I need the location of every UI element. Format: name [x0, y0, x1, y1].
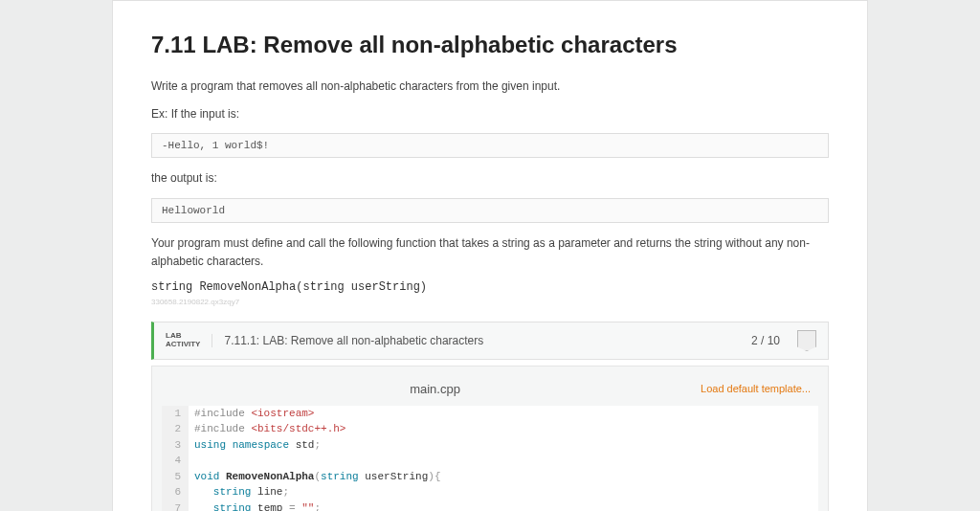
line-number: 5	[162, 469, 189, 485]
code-line[interactable]: 1#include <iostream>	[162, 406, 818, 422]
function-signature: string RemoveNonAlpha(string userString)	[151, 280, 829, 294]
code-content[interactable]: #include <bits/stdc++.h>	[189, 421, 345, 437]
line-number: 7	[162, 500, 189, 511]
instruction-p2: Ex: If the input is:	[151, 105, 829, 123]
code-content[interactable]: #include <iostream>	[189, 406, 314, 422]
code-line[interactable]: 7 string temp = "";	[162, 500, 818, 511]
score-badge-icon	[797, 330, 816, 351]
page-title: 7.11 LAB: Remove all non-alphabetic char…	[151, 32, 829, 58]
lab-activity-label: LAB ACTIVITY	[166, 332, 200, 349]
load-default-template-link[interactable]: Load default template...	[701, 383, 811, 394]
code-line[interactable]: 5void RemoveNonAlpha(string userString){	[162, 469, 818, 485]
content-card: 7.11 LAB: Remove all non-alphabetic char…	[112, 0, 868, 511]
line-number: 1	[162, 406, 189, 422]
editor-card: main.cpp Load default template... 1#incl…	[151, 366, 829, 511]
lab-score: 2 / 10	[751, 334, 780, 347]
line-number: 2	[162, 421, 189, 437]
code-content[interactable]: void RemoveNonAlpha(string userString){	[189, 469, 440, 485]
editor-header: main.cpp Load default template...	[162, 376, 818, 406]
code-line[interactable]: 6 string line;	[162, 484, 818, 500]
code-line[interactable]: 3using namespace std;	[162, 437, 818, 454]
code-content[interactable]: string line;	[189, 484, 289, 500]
code-editor[interactable]: 1#include <iostream>2#include <bits/stdc…	[162, 406, 818, 511]
line-number: 3	[162, 437, 189, 454]
line-number: 4	[162, 453, 189, 469]
code-content[interactable]: using namespace std;	[189, 437, 321, 454]
instruction-p1: Write a program that removes all non-alp…	[151, 78, 829, 96]
line-number: 6	[162, 484, 189, 500]
code-content[interactable]	[189, 453, 201, 469]
example-output-block: Helloworld	[151, 198, 829, 223]
lab-activity-bar: LAB ACTIVITY 7.11.1: LAB: Remove all non…	[151, 322, 829, 360]
instruction-p3: the output is:	[151, 169, 829, 188]
code-content[interactable]: string temp = "";	[189, 500, 321, 511]
example-input-block: -Hello, 1 world$!	[151, 133, 829, 158]
watermark-id: 330658.2190822.qx3zqy7	[151, 298, 829, 306]
editor-filename: main.cpp	[169, 382, 701, 396]
code-line[interactable]: 2#include <bits/stdc++.h>	[162, 421, 818, 437]
instruction-p4: Your program must define and call the fo…	[151, 234, 829, 271]
lab-activity-title: 7.11.1: LAB: Remove all non-alphabetic c…	[212, 334, 740, 347]
lab-label-line2: ACTIVITY	[166, 341, 200, 349]
code-line[interactable]: 4	[162, 453, 818, 469]
